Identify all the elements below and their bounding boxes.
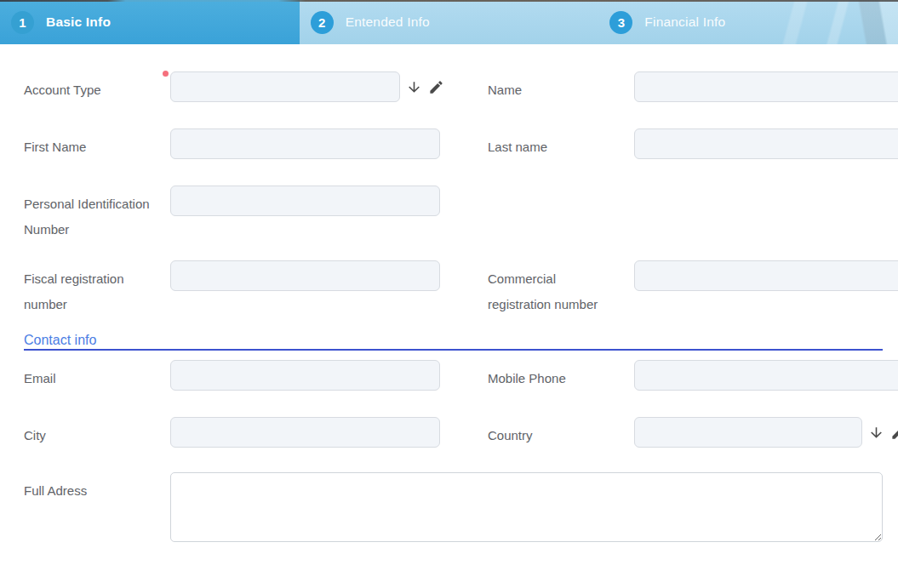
arrow-down-icon[interactable] [868,425,884,441]
name-label: Name [488,71,615,103]
email-input[interactable] [170,360,440,391]
form-row: First Name Last name [24,128,883,160]
step-number-badge: 3 [609,11,632,34]
form-row: Fiscal registration number Commercial re… [24,260,883,317]
fiscal-registration-input[interactable] [170,260,440,291]
tab-label: Entended Info [346,14,430,30]
form-row: Full Adress [24,472,883,542]
form-row: Account Type Name [24,71,883,103]
mobile-phone-label: Mobile Phone [488,360,615,391]
step-number-badge: 2 [311,11,334,34]
tab-basic-info[interactable]: 1 Basic Info [0,0,300,44]
last-name-input[interactable] [634,128,898,159]
wizard-steps-bar: 1 Basic Info 2 Entended Info 3 Financial… [0,0,898,44]
city-label: City [24,417,152,448]
tab-financial-info[interactable]: 3 Financial Info [598,0,898,44]
account-type-input[interactable] [170,71,400,102]
step-number-badge: 1 [11,11,34,34]
full-address-textarea[interactable] [170,472,883,542]
form-row: Email Mobile Phone [24,360,883,391]
last-name-label: Last name [488,128,615,160]
contact-info-section-divider: Contact info [24,332,883,351]
form-row: City Country [24,417,883,448]
step-number: 3 [618,15,625,30]
country-label: Country [488,417,615,448]
pencil-icon[interactable] [890,425,898,441]
header-top-strip [0,0,898,2]
tab-label: Basic Info [46,14,111,30]
form-row: Personal Identification Number [24,186,883,243]
city-input[interactable] [170,417,440,448]
first-name-label: First Name [24,128,152,160]
personal-id-label: Personal Identification Number [24,186,152,243]
commercial-registration-label: Commercial registration number [488,260,615,317]
contact-info-section-title: Contact info [24,332,883,349]
mobile-phone-input[interactable] [634,360,898,391]
account-type-label: Account Type [24,71,152,103]
email-label: Email [24,360,152,391]
tab-entended-info[interactable]: 2 Entended Info [300,0,599,44]
basic-info-form: Account Type Name First Name [0,44,898,542]
country-input[interactable] [634,417,862,448]
tab-label: Financial Info [644,14,725,30]
arrow-down-icon[interactable] [406,79,422,95]
commercial-registration-input[interactable] [634,260,898,291]
first-name-input[interactable] [170,128,440,159]
step-number: 2 [318,15,325,30]
name-input[interactable] [634,71,898,102]
required-indicator [163,71,169,77]
pencil-icon[interactable] [428,79,444,95]
fiscal-registration-label: Fiscal registration number [24,260,152,317]
full-address-label: Full Adress [24,472,152,504]
personal-id-input[interactable] [170,186,440,216]
step-number: 1 [19,15,26,30]
